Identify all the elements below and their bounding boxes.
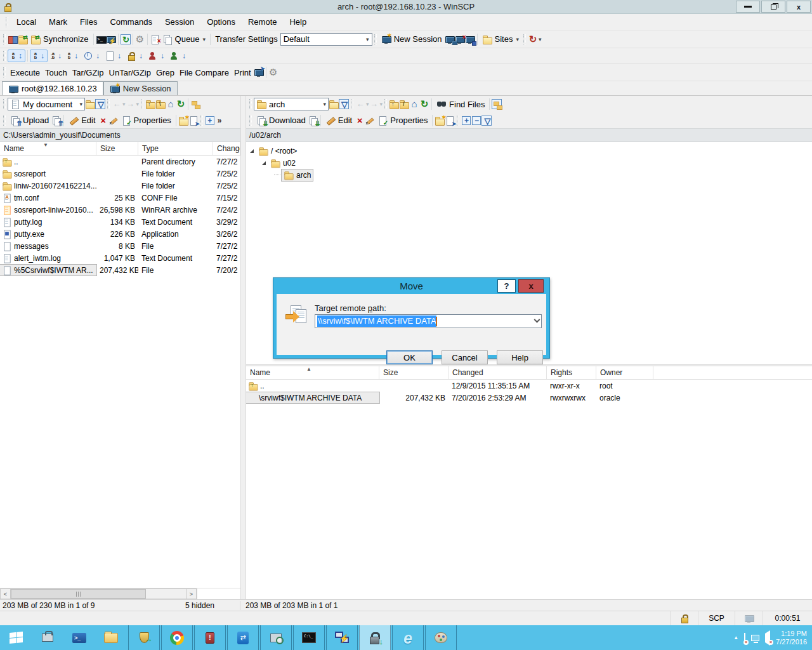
menu-help[interactable]: Help bbox=[283, 14, 313, 30]
transfer-queue-icon[interactable]: × bbox=[150, 34, 160, 44]
sort-by-type-button[interactable]: ab↓ bbox=[64, 50, 81, 62]
column-header-name[interactable]: Name▲ bbox=[246, 366, 379, 379]
tray-expand-icon[interactable]: ▲ bbox=[733, 635, 738, 640]
delete-icon[interactable]: × bbox=[355, 116, 365, 126]
panel-splitter[interactable] bbox=[240, 96, 246, 599]
scroll-right-arrow[interactable]: > bbox=[186, 588, 197, 599]
tree-item[interactable]: u02 bbox=[246, 157, 812, 169]
command-print[interactable]: Print bbox=[232, 67, 254, 79]
powershell-button[interactable]: >_ bbox=[63, 625, 95, 650]
save-session-icon[interactable] bbox=[465, 34, 475, 44]
expand-selection-icon[interactable] bbox=[461, 116, 471, 126]
sort-by-extension-button[interactable]: .a.b↓ bbox=[48, 50, 64, 62]
column-header-rights[interactable]: Rights bbox=[547, 366, 596, 379]
refresh-icon[interactable]: ↻ bbox=[121, 34, 131, 44]
protocol-status[interactable]: SCP bbox=[698, 611, 735, 625]
command-file-compare[interactable]: File Compare bbox=[177, 67, 232, 79]
teamviewer-button[interactable]: ⇄ bbox=[227, 625, 259, 650]
column-header-type[interactable]: Type bbox=[138, 142, 213, 155]
table-row[interactable]: Atm.conf25 KBCONF File7/15/2 bbox=[0, 192, 240, 204]
menu-options[interactable]: Options bbox=[200, 14, 242, 30]
queue-button[interactable]: Queue ▾ bbox=[160, 33, 209, 46]
tree-item[interactable]: arch bbox=[246, 169, 812, 181]
download-button[interactable]: ⇊ Download bbox=[254, 114, 308, 127]
find-files-button[interactable]: Find Files bbox=[434, 98, 487, 110]
sites-button[interactable]: Sites ▾ bbox=[480, 33, 521, 46]
table-row[interactable]: sosreportFile folder7/25/2 bbox=[0, 168, 240, 180]
sort-by-changed-button[interactable]: ↓ bbox=[81, 50, 102, 62]
table-row[interactable]: putty.log134 KBText Document3/29/2 bbox=[0, 216, 240, 228]
open-directory-icon[interactable] bbox=[329, 99, 339, 109]
upload-dialog-icon[interactable]: ⇈ bbox=[51, 116, 62, 126]
root-directory-icon[interactable]: / bbox=[399, 99, 409, 109]
column-header-size[interactable]: Size bbox=[96, 142, 138, 155]
restore-button[interactable] bbox=[761, 1, 785, 13]
compare-directories-icon[interactable] bbox=[8, 34, 18, 44]
dialog-help-button[interactable]: ? bbox=[497, 279, 516, 293]
table-row[interactable]: ↑..Parent directory7/27/2 bbox=[0, 156, 240, 168]
paint-button[interactable] bbox=[425, 625, 457, 650]
menu-local[interactable]: Local bbox=[10, 14, 43, 30]
open-terminal-icon[interactable] bbox=[96, 34, 106, 44]
scroll-left-arrow[interactable]: < bbox=[0, 588, 11, 599]
open-in-putty-icon[interactable]: ⚡ bbox=[106, 34, 116, 44]
toolbar-overflow-chevron[interactable]: » bbox=[218, 116, 222, 125]
encryption-status[interactable] bbox=[670, 611, 698, 625]
combo-dropdown-icon[interactable] bbox=[534, 316, 540, 322]
synchronize-browsing-icon[interactable]: ⇄ bbox=[18, 34, 28, 44]
chevron-down-icon[interactable]: ▾ bbox=[380, 101, 383, 107]
delete-icon[interactable]: × bbox=[98, 116, 108, 126]
local-drive-selector[interactable]: My document ▾ bbox=[8, 98, 85, 110]
parent-directory-icon[interactable]: ↑ bbox=[145, 99, 155, 109]
menu-mark[interactable]: Mark bbox=[43, 14, 74, 30]
menu-commands[interactable]: Commands bbox=[103, 14, 158, 30]
back-icon[interactable]: ← bbox=[355, 99, 365, 109]
print-target-icon[interactable]: ➤ bbox=[254, 67, 264, 77]
scrollbar-thumb[interactable] bbox=[11, 589, 146, 599]
edit-button[interactable]: Edit bbox=[66, 114, 98, 127]
selection-filter-icon[interactable]: ▽ bbox=[481, 116, 492, 126]
tree-toggle-icon[interactable] bbox=[492, 99, 502, 109]
forward-icon[interactable]: → bbox=[369, 99, 379, 109]
table-row[interactable]: sosreport-liniw-20160...26,598 KBWinRAR … bbox=[0, 204, 240, 216]
back-icon[interactable]: ← bbox=[112, 99, 122, 109]
target-path-input[interactable]: \\srviw\f$\IWTM ARCHIVE DATA bbox=[315, 314, 542, 328]
dialog-close-button[interactable]: x bbox=[518, 279, 544, 293]
new-file-icon[interactable]: ➤ bbox=[188, 116, 199, 126]
internet-explorer-button[interactable]: e bbox=[392, 625, 424, 650]
putty-button[interactable]: ⚡ bbox=[326, 625, 358, 650]
notes-app-button[interactable]: ! bbox=[194, 625, 226, 650]
filter-icon[interactable]: ▽ bbox=[95, 99, 105, 109]
server-manager-button[interactable] bbox=[32, 625, 63, 650]
open-directory-icon[interactable] bbox=[85, 99, 95, 109]
synchronize-button[interactable]: ⇄ Synchronize bbox=[28, 33, 91, 46]
column-header-changed[interactable]: Changed bbox=[213, 142, 240, 155]
tree-expander-icon[interactable] bbox=[250, 149, 254, 153]
chrome-button[interactable] bbox=[161, 625, 193, 650]
remote-path-bar[interactable]: /u02/arch bbox=[246, 128, 812, 142]
network-icon[interactable] bbox=[751, 635, 759, 641]
filter-icon[interactable]: ▽ bbox=[339, 99, 349, 109]
scrollbar-track[interactable] bbox=[11, 588, 186, 599]
file-explorer-button[interactable] bbox=[95, 625, 127, 650]
system-search-button[interactable] bbox=[260, 625, 292, 650]
start-button[interactable] bbox=[0, 625, 32, 650]
table-row[interactable]: putty.exe226 KBApplication3/26/2 bbox=[0, 228, 240, 240]
command-touch[interactable]: Touch bbox=[43, 67, 70, 79]
sort-toggle-button[interactable]: ab↕ bbox=[8, 50, 25, 62]
column-header-name[interactable]: Name▼ bbox=[0, 142, 96, 155]
new-directory-icon[interactable]: ✶ bbox=[435, 116, 445, 126]
action-center-flag-icon[interactable]: × bbox=[744, 633, 745, 642]
preferences-gear-icon[interactable]: ⚙ bbox=[135, 34, 145, 44]
forward-icon[interactable]: → bbox=[126, 99, 136, 109]
properties-button[interactable]: ✓ Properties bbox=[119, 114, 174, 127]
tab-session-active[interactable]: root@192.168.10.23 bbox=[2, 81, 103, 95]
sort-by-rights-button[interactable]: ↓ bbox=[124, 50, 145, 62]
remote-directory-selector[interactable]: arch ▾ bbox=[254, 98, 329, 110]
tab-new-session[interactable]: ✶ New Session bbox=[103, 81, 178, 95]
local-path-bar[interactable]: C:\Users\admin_yousif\Documents bbox=[0, 128, 240, 142]
upload-button[interactable]: ⇈ Upload bbox=[8, 114, 51, 127]
table-row[interactable]: %5Csrviwf$IWTM AR...207,432 KBFile7/20/2 bbox=[0, 264, 240, 276]
local-horizontal-scrollbar[interactable]: < > bbox=[0, 588, 240, 599]
parent-directory-icon[interactable]: ↑ bbox=[389, 99, 399, 109]
